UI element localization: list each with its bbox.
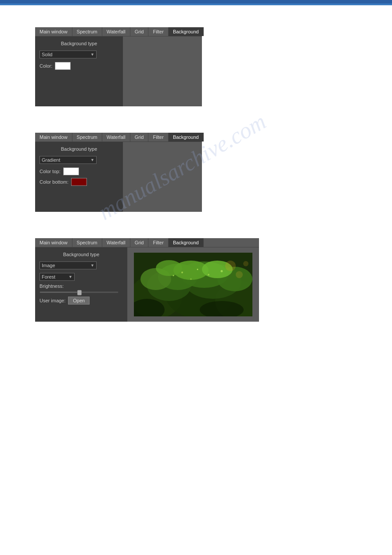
svg-point-14 [197, 269, 198, 270]
panel2-color-bottom-label: Color bottom: [40, 179, 68, 185]
panel2-tab-grid[interactable]: Grid [130, 133, 149, 141]
svg-point-13 [181, 272, 183, 273]
panel3-slider-thumb[interactable] [77, 290, 82, 295]
panel1-tab-background[interactable]: Background [169, 27, 204, 36]
panel2-tab-background[interactable]: Background [169, 133, 204, 141]
panel3-brightness-slider[interactable] [40, 291, 123, 293]
panel1-tab-spectrum[interactable]: Spectrum [72, 27, 102, 36]
panel3-dropdown-row: Image ▼ [40, 261, 123, 269]
panel3-left: Background type Image ▼ Forest ▼ Brightn… [35, 247, 127, 322]
svg-point-16 [173, 275, 174, 276]
panel1-tab-main-window[interactable]: Main window [35, 27, 72, 36]
panel2-dropdown-row: Gradient ▼ [40, 156, 119, 164]
panel2-tab-spectrum[interactable]: Spectrum [72, 133, 102, 141]
panel1-section-title: Background type [40, 41, 119, 46]
panel3-dropdown-value: Image [42, 263, 55, 268]
panel1-tab-grid[interactable]: Grid [130, 27, 149, 36]
panel3-open-button[interactable]: Open [68, 297, 90, 305]
panel1-dropdown-arrow-icon: ▼ [90, 52, 94, 57]
panel1-tab-waterfall[interactable]: Waterfall [102, 27, 130, 36]
svg-point-11 [156, 260, 182, 276]
panel3-tab-filter[interactable]: Filter [148, 238, 168, 247]
panel2-tab-waterfall[interactable]: Waterfall [102, 133, 130, 141]
panel3-type-dropdown[interactable]: Image ▼ [40, 261, 97, 269]
panel1-dropdown-row: Solid ▼ [40, 51, 119, 58]
panel2-tab-bar: Main window Spectrum Waterfall Grid Filt… [35, 133, 202, 141]
panel3-tab-bar: Main window Spectrum Waterfall Grid Filt… [35, 238, 259, 247]
svg-point-17 [221, 270, 223, 272]
panel2-color-bottom-swatch[interactable] [71, 178, 87, 186]
panel2-left: Background type Gradient ▼ Color top: Co… [35, 142, 123, 212]
panel3: Main window Spectrum Waterfall Grid Filt… [35, 238, 259, 322]
panel3-tab-grid[interactable]: Grid [130, 238, 149, 247]
panel3-body: Background type Image ▼ Forest ▼ Brightn… [35, 247, 259, 322]
panel3-image-dropdown-value: Forest [42, 274, 55, 279]
panel3-brightness-label: Brightness: [40, 283, 123, 289]
panel3-tab-background[interactable]: Background [169, 238, 204, 247]
panel3-tab-main-window[interactable]: Main window [35, 238, 72, 247]
svg-point-19 [225, 261, 236, 271]
panel2-color-top-row: Color top: [40, 167, 119, 175]
panel3-user-image-label: User image: [40, 298, 65, 303]
svg-point-15 [208, 274, 209, 276]
panel1-color-label: Color: [40, 63, 52, 69]
panel1-tab-filter[interactable]: Filter [148, 27, 168, 36]
panel3-tab-spectrum[interactable]: Spectrum [72, 238, 102, 247]
svg-point-21 [243, 261, 248, 266]
forest-svg [134, 253, 252, 316]
panel2-color-top-swatch[interactable] [63, 167, 79, 175]
panel3-tab-waterfall[interactable]: Waterfall [102, 238, 130, 247]
panel1-right [123, 36, 202, 106]
panel1-left: Background type Solid ▼ Color: [35, 36, 123, 106]
panel2: Main window Spectrum Waterfall Grid Filt… [35, 133, 202, 212]
panel3-slider-track [40, 291, 119, 293]
panel1-dropdown-value: Solid [42, 52, 52, 57]
panel1-color-swatch[interactable] [55, 62, 71, 70]
panel3-image-dropdown-arrow-icon: ▼ [68, 275, 72, 279]
panel1-tab-bar: Main window Spectrum Waterfall Grid Filt… [35, 27, 202, 36]
panel1-color-row: Color: [40, 62, 119, 70]
panel2-color-bottom-row: Color bottom: [40, 178, 119, 186]
panel3-dropdown-arrow-icon: ▼ [90, 263, 94, 268]
panel1-body: Background type Solid ▼ Color: [35, 36, 202, 106]
panel2-dropdown-arrow-icon: ▼ [90, 158, 94, 162]
top-bar [0, 0, 392, 4]
panel1: Main window Spectrum Waterfall Grid Filt… [35, 27, 202, 106]
panel1-type-dropdown[interactable]: Solid ▼ [40, 51, 97, 58]
panel2-tab-main-window[interactable]: Main window [35, 133, 72, 141]
svg-point-20 [236, 271, 243, 278]
panel3-section-title: Background type [40, 252, 123, 257]
panel2-section-title: Background type [40, 146, 119, 152]
panel2-color-top-label: Color top: [40, 169, 61, 174]
panel3-user-image-row: User image: Open [40, 297, 123, 305]
panel2-type-dropdown[interactable]: Gradient ▼ [40, 156, 97, 164]
panel2-body: Background type Gradient ▼ Color top: Co… [35, 141, 202, 212]
panel3-right [127, 247, 259, 322]
panel3-image-dropdown[interactable]: Forest ▼ [40, 273, 75, 281]
panel3-forest-preview [134, 253, 252, 316]
panel2-right [123, 142, 202, 212]
panel3-slider-fill [40, 292, 79, 293]
panel2-tab-filter[interactable]: Filter [148, 133, 168, 141]
svg-point-18 [191, 279, 192, 280]
panel2-dropdown-value: Gradient [42, 157, 60, 163]
